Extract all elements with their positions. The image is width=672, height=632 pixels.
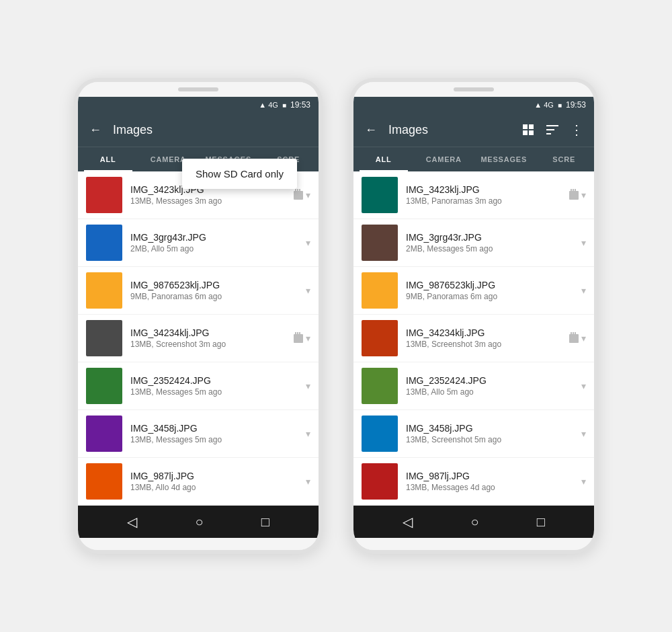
clock: 19:53 [290,100,310,110]
file-meta: 13MB, Screenshot 3m ago [406,340,561,349]
file-name: IMG_34234klj.JPG [130,327,286,338]
tab-all[interactable]: ALL [78,147,138,171]
file-actions: ▾ [581,428,586,439]
expand-chevron-icon[interactable]: ▾ [306,333,310,344]
file-meta: 13MB, Allo 5m ago [406,387,573,397]
svg-rect-22 [575,332,576,335]
expand-chevron-icon[interactable]: ▾ [306,381,310,391]
file-name: IMG_3458j.JPG [130,423,298,434]
file-actions: ▾ [581,476,586,487]
file-item[interactable]: IMG_9876523klj.JPG9MB, Panoramas 6m ago▾ [78,267,319,315]
file-actions: ▾ [581,237,586,248]
file-thumbnail [362,416,398,452]
file-item[interactable]: IMG_987lj.JPG13MB, Allo 4d ago▾ [78,458,319,506]
file-name: IMG_34234klj.JPG [406,327,561,338]
app-bar: ←Images⋮ [353,113,594,147]
file-item[interactable]: IMG_987lj.JPG13MB, Messages 4d ago▾ [353,458,594,506]
file-item[interactable]: IMG_3458j.JPG13MB, Messages 5m ago▾ [78,410,319,458]
expand-chevron-icon[interactable]: ▾ [306,190,310,200]
tab-camera[interactable]: CAMERA [414,147,474,171]
file-item[interactable]: IMG_2352424.JPG13MB, Allo 5m ago▾ [353,362,594,410]
file-meta: 13MB, Screenshot 5m ago [406,435,573,444]
svg-rect-11 [529,130,534,135]
svg-rect-7 [299,332,300,335]
sort-button[interactable] [543,120,562,139]
expand-chevron-icon[interactable]: ▾ [581,333,586,344]
file-item[interactable]: IMG_3grg43r.JPG2MB, Allo 5m ago▾ [78,219,319,267]
svg-rect-6 [297,332,298,335]
file-actions: ▾ [569,332,586,345]
signal-icon: ▲ 4G [534,101,554,109]
file-item[interactable]: IMG_9876523klj.JPG9MB, Panoramas 6m ago▾ [353,267,594,315]
tab-all[interactable]: ALL [353,147,414,171]
file-meta: 13MB, Messages 4d ago [406,483,573,492]
back-button[interactable]: ← [86,120,105,139]
app-bar-wrapper: ←ImagesShow SD Card only [78,113,319,147]
expand-chevron-icon[interactable]: ▾ [581,428,586,439]
more-options-button[interactable]: ⋮ [567,120,586,139]
svg-rect-1 [295,189,296,192]
expand-chevron-icon[interactable]: ▾ [306,285,310,296]
file-name: IMG_987lj.JPG [130,471,298,481]
expand-chevron-icon[interactable]: ▾ [581,237,586,248]
expand-chevron-icon[interactable]: ▾ [581,285,586,296]
svg-rect-2 [297,189,298,192]
file-meta: 13MB, Messages 5m ago [130,387,298,397]
svg-rect-5 [295,332,296,335]
expand-chevron-icon[interactable]: ▾ [306,476,310,487]
nav-home-icon[interactable]: ○ [195,514,203,530]
back-button[interactable]: ← [362,120,380,139]
file-info: IMG_34234klj.JPG13MB, Screenshot 3m ago [406,327,561,349]
clock: 19:53 [566,100,586,110]
file-info: IMG_34234klj.JPG13MB, Screenshot 3m ago [130,327,286,349]
tab-messages[interactable]: MESSAGES [474,147,534,171]
file-item[interactable]: IMG_3grg43r.JPG2MB, Messages 5m ago▾ [353,219,594,267]
file-thumbnail [362,225,398,261]
app-bar: ←Images [78,113,319,147]
nav-bar: ◁○□ [78,506,319,538]
expand-chevron-icon[interactable]: ▾ [581,476,586,487]
svg-rect-8 [523,124,528,129]
phone-notch [353,82,594,97]
svg-rect-17 [573,189,574,192]
file-thumbnail [86,225,122,261]
file-thumbnail [86,272,122,309]
svg-rect-13 [546,129,554,130]
phone-screen: ▲ 4G■19:53←Images⋮ALLCAMERAMESSAGESSCREI… [353,97,594,538]
file-item[interactable]: IMG_34234klj.JPG13MB, Screenshot 3m ago▾ [78,315,319,362]
phone-right: ▲ 4G■19:53←Images⋮ALLCAMERAMESSAGESSCREI… [349,78,598,554]
tab-scre[interactable]: SCRE [534,147,595,171]
file-thumbnail [86,320,122,356]
expand-chevron-icon[interactable]: ▾ [581,381,586,391]
expand-chevron-icon[interactable]: ▾ [306,428,310,439]
file-meta: 13MB, Screenshot 3m ago [130,340,286,349]
file-name: IMG_2352424.JPG [130,375,298,386]
file-info: IMG_2352424.JPG13MB, Messages 5m ago [130,375,298,397]
sd-card-dropdown[interactable]: Show SD Card only [182,159,297,189]
sd-card-icon [294,332,303,345]
file-actions: ▾ [306,476,310,487]
nav-back-icon[interactable]: ◁ [403,514,413,530]
nav-recent-icon[interactable]: □ [537,514,545,530]
expand-chevron-icon[interactable]: ▾ [581,190,586,200]
nav-recent-icon[interactable]: □ [261,514,269,530]
nav-back-icon[interactable]: ◁ [127,514,137,530]
grid-view-button[interactable] [519,120,538,139]
file-item[interactable]: IMG_3458j.JPG13MB, Screenshot 5m ago▾ [353,410,594,458]
file-item[interactable]: IMG_3423klj.JPG13MB, Panoramas 3m ago▾ [353,171,594,219]
battery-icon: ■ [282,102,286,109]
screen-title: Images [388,123,511,137]
file-info: IMG_9876523klj.JPG9MB, Panoramas 6m ago [406,280,573,301]
file-info: IMG_3458j.JPG13MB, Messages 5m ago [130,423,298,444]
file-info: IMG_9876523klj.JPG9MB, Panoramas 6m ago [130,280,298,301]
file-item[interactable]: IMG_34234klj.JPG13MB, Screenshot 3m ago▾ [353,315,594,362]
app-bar-actions: ⋮ [519,120,586,139]
expand-chevron-icon[interactable]: ▾ [306,237,310,248]
phone-screen: ▲ 4G■19:53←ImagesShow SD Card onlyALLCAM… [78,97,319,538]
file-info: IMG_987lj.JPG13MB, Allo 4d ago [130,471,298,492]
file-name: IMG_3458j.JPG [406,423,573,434]
nav-home-icon[interactable]: ○ [470,514,478,530]
file-actions: ▾ [569,189,586,202]
file-item[interactable]: IMG_2352424.JPG13MB, Messages 5m ago▾ [78,362,319,410]
file-thumbnail [362,272,398,309]
